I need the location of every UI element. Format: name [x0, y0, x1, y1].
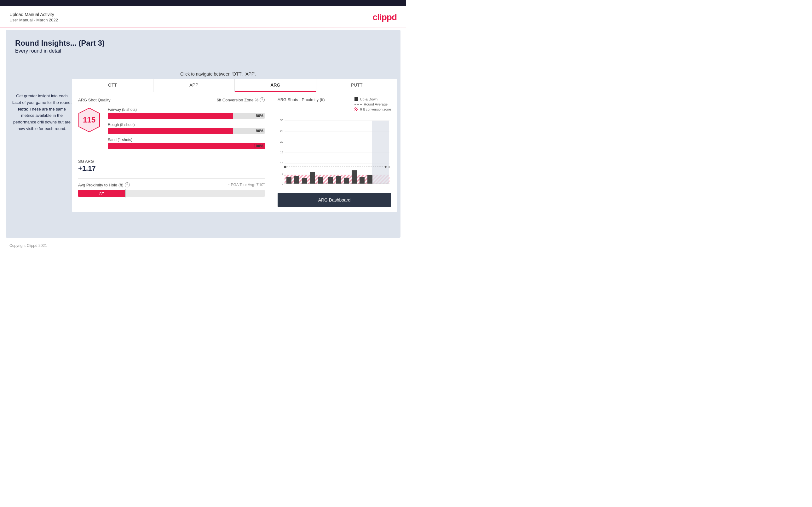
tab-app[interactable]: APP [153, 79, 235, 92]
svg-text:10: 10 [280, 162, 283, 165]
round-avg-dot [284, 166, 287, 168]
svg-text:20: 20 [280, 140, 283, 143]
bar-fill-sand [108, 143, 265, 149]
card-body: ARG Shot Quality 6ft Conversion Zone % ?… [72, 92, 397, 212]
tall-bar [372, 121, 389, 184]
doc-title: User Manual - March 2022 [9, 18, 58, 22]
section-subtitle: Every round in detail [15, 48, 391, 54]
svg-text:0: 0 [282, 182, 283, 185]
bar9 [352, 170, 357, 184]
hexagon-badge: 115 [78, 107, 100, 132]
bar10 [359, 177, 365, 184]
sg-value: +1.17 [78, 164, 265, 173]
bar-label-fairway: Fairway (5 shots) [108, 107, 265, 112]
legend-label-updown: Up & Down [360, 97, 378, 101]
legend-label-round-avg: Round Average [364, 102, 388, 106]
tab-ott[interactable]: OTT [72, 79, 153, 92]
conversion-zone-header: 6ft Conversion Zone % ? [217, 97, 265, 102]
top-bar [0, 0, 406, 6]
pga-avg-label: ↑ PGA Tour Avg: 7'10" [228, 183, 265, 187]
proximity-bar-track: 77' [78, 190, 265, 197]
bar-track-fairway: 80% [108, 113, 265, 119]
proximity-bar-value: 77' [99, 191, 104, 195]
hexagon-number: 115 [83, 116, 96, 124]
bar-track-rough: 80% [108, 128, 265, 134]
bar-row-sand: Sand (1 shots) 100% [108, 137, 265, 149]
left-panel: ARG Shot Quality 6ft Conversion Zone % ?… [72, 92, 271, 212]
svg-text:5: 5 [282, 172, 283, 175]
bar11 [367, 175, 372, 184]
legend-item-updown: Up & Down [354, 97, 391, 101]
tab-arg[interactable]: ARG [235, 79, 316, 92]
footer: Copyright Clippd 2021 [0, 240, 406, 251]
bar-fill-rough [108, 128, 233, 134]
bar2 [294, 176, 299, 184]
main-content: Round Insights... (Part 3) Every round i… [6, 30, 401, 238]
sg-label: SG ARG [78, 159, 265, 164]
header-divider [0, 27, 406, 27]
bar3 [302, 178, 307, 184]
upload-label: Upload Manual Activity [9, 12, 58, 17]
legend-dashed-round-avg [354, 104, 362, 105]
proximity-help-icon[interactable]: ? [125, 182, 130, 187]
bar-fill-fairway [108, 113, 233, 119]
bar7 [336, 176, 341, 184]
bar-pct-rough: 80% [256, 129, 263, 133]
proximity-label: Avg Proximity to Hole (ft) ? [78, 182, 130, 187]
dashboard-card: OTT APP ARG PUTT ARG Shot Quality 6ft Co… [72, 79, 397, 212]
logo: clippd [373, 12, 397, 22]
bar-row-fairway: Fairway (5 shots) 80% [108, 107, 265, 119]
bar-pct-sand: 100% [254, 144, 263, 148]
tabs-row: OTT APP ARG PUTT [72, 79, 397, 92]
bar-label-rough: Rough (5 shots) [108, 122, 265, 127]
legend-square-updown [354, 97, 358, 101]
round-avg-value: 8 [389, 165, 390, 168]
header: Upload Manual Activity User Manual - Mar… [0, 6, 406, 27]
copyright: Copyright Clippd 2021 [9, 243, 47, 248]
bar1 [287, 177, 292, 184]
svg-text:30: 30 [280, 119, 283, 122]
legend: Up & Down Round Average 6 ft conversion … [354, 97, 391, 111]
proximity-bar-fill: 77' [78, 190, 125, 197]
sg-section: SG ARG +1.17 [78, 159, 265, 173]
hex-badge-container: 115 Fairway (5 shots) 80% Rough (5 s [78, 107, 265, 153]
bar4 [310, 172, 315, 184]
bars-container: Fairway (5 shots) 80% Rough (5 shots) 80… [108, 107, 265, 153]
section-title: Round Insights... (Part 3) [15, 39, 391, 48]
right-panel-title: ARG Shots - Proximity (ft) [277, 97, 325, 102]
panel-header: ARG Shot Quality 6ft Conversion Zone % ? [78, 97, 265, 102]
svg-text:15: 15 [280, 151, 283, 154]
bar6 [328, 177, 333, 184]
header-left: Upload Manual Activity User Manual - Mar… [9, 12, 58, 22]
bar-label-sand: Sand (1 shots) [108, 137, 265, 142]
svg-text:25: 25 [280, 129, 283, 132]
conversion-zone-label: 6ft Conversion Zone % [217, 98, 258, 102]
panel-header-label: ARG Shot Quality [78, 98, 111, 102]
right-panel: ARG Shots - Proximity (ft) Up & Down Rou… [271, 92, 397, 212]
chart-area: 30 25 20 15 10 5 0 [277, 114, 391, 190]
left-description: Get greater insight into each facet of y… [12, 93, 72, 132]
arg-dashboard-button[interactable]: ARG Dashboard [277, 193, 391, 207]
legend-hatched-6ft [354, 107, 358, 111]
tab-putt[interactable]: PUTT [316, 79, 398, 92]
chart-svg: 30 25 20 15 10 5 0 [277, 114, 391, 190]
proximity-section: Avg Proximity to Hole (ft) ? ↑ PGA Tour … [78, 178, 265, 197]
bar-track-sand: 100% [108, 143, 265, 149]
legend-item-round-avg: Round Average [354, 102, 391, 106]
bar5 [318, 177, 323, 184]
legend-item-6ft: 6 ft conversion zone [354, 107, 391, 111]
bar-row-rough: Rough (5 shots) 80% [108, 122, 265, 134]
help-icon[interactable]: ? [260, 97, 265, 102]
right-panel-header: ARG Shots - Proximity (ft) Up & Down Rou… [277, 97, 391, 111]
legend-label-6ft: 6 ft conversion zone [360, 107, 391, 111]
proximity-header: Avg Proximity to Hole (ft) ? ↑ PGA Tour … [78, 182, 265, 187]
bar8 [344, 178, 349, 184]
bar-pct-fairway: 80% [256, 114, 263, 118]
proximity-cursor [125, 189, 125, 198]
